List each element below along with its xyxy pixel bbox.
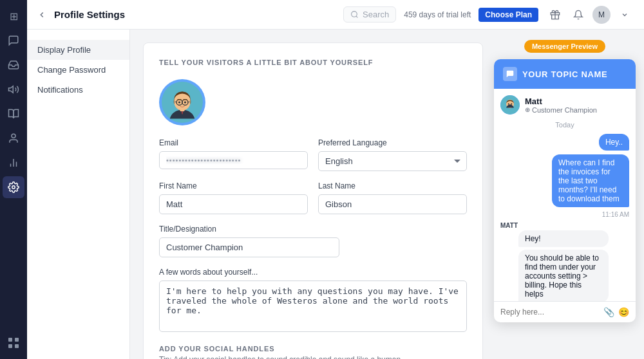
profile-avatar[interactable] bbox=[159, 79, 205, 125]
bio-textarea[interactable]: I'm here to help you with any questions … bbox=[159, 281, 467, 332]
sidebar-icon-inbox[interactable] bbox=[3, 54, 24, 76]
bell-icon[interactable] bbox=[569, 6, 587, 24]
main-content: TELL YOUR VISITORS A LITTLE BIT ABOUT YO… bbox=[130, 30, 496, 359]
title-input[interactable] bbox=[159, 237, 339, 257]
agent-reply-row: Hey! You should be able to find them und… bbox=[500, 230, 629, 301]
page-title: Profile Settings bbox=[54, 9, 125, 20]
language-select[interactable]: English Spanish French German bbox=[318, 151, 467, 171]
sidebar-icon-contacts[interactable] bbox=[3, 127, 24, 149]
title-group: Title/Designation bbox=[159, 225, 339, 257]
section-title: TELL YOUR VISITORS A LITTLE BIT ABOUT YO… bbox=[159, 59, 467, 66]
svg-point-10 bbox=[352, 12, 357, 17]
last-name-group: Last Name bbox=[318, 181, 467, 214]
main-area: Profile Settings Search 459 days of tria… bbox=[27, 0, 644, 359]
sidebar-icon-grid[interactable]: ⊞ bbox=[3, 5, 24, 27]
language-label: Preferred Language bbox=[318, 138, 467, 147]
sidebar-icon-chat[interactable] bbox=[3, 30, 24, 51]
bubble-hey-text: Hey.. bbox=[599, 134, 629, 151]
svg-rect-8 bbox=[8, 344, 12, 348]
choose-plan-button[interactable]: Choose Plan bbox=[478, 8, 538, 22]
email-language-row: Email Preferred Language English Spanish… bbox=[159, 138, 467, 171]
bubble-time: 11:16 AM bbox=[500, 211, 629, 218]
svg-line-11 bbox=[356, 16, 357, 17]
back-button[interactable] bbox=[37, 10, 46, 19]
first-name-input[interactable] bbox=[159, 194, 308, 214]
date-divider: Today bbox=[500, 121, 629, 129]
svg-point-24 bbox=[508, 103, 509, 104]
chevron-down-icon[interactable] bbox=[616, 6, 634, 24]
last-name-input[interactable] bbox=[318, 194, 467, 214]
search-icon bbox=[350, 10, 359, 19]
agent-details: Matt Customer Champion bbox=[525, 97, 597, 114]
name-row: First Name Last Name bbox=[159, 181, 467, 214]
agent-reply-group: MATT Hey! You should be able to find the… bbox=[500, 222, 629, 301]
messenger-topic-name: YOUR TOPIC NAME bbox=[522, 69, 607, 79]
messenger-widget: YOUR TOPIC NAME bbox=[494, 59, 636, 322]
svg-point-1 bbox=[12, 134, 15, 138]
email-input[interactable] bbox=[159, 151, 308, 169]
sidebar-icon-knowledge[interactable] bbox=[3, 103, 24, 125]
nav-display-profile[interactable]: Display Profile bbox=[27, 40, 129, 60]
footer-icons: 📎 😊 bbox=[603, 307, 629, 317]
social-tip: Tip: Add your social handles to sound cr… bbox=[159, 355, 467, 359]
messenger-header-icon bbox=[503, 67, 517, 81]
svg-point-21 bbox=[184, 101, 186, 103]
agent-role: Customer Champion bbox=[525, 106, 597, 114]
first-name-group: First Name bbox=[159, 181, 308, 214]
first-name-label: First Name bbox=[159, 181, 308, 190]
email-group: Email bbox=[159, 138, 308, 171]
topbar: Profile Settings Search 459 days of tria… bbox=[27, 0, 644, 30]
email-label: Email bbox=[159, 138, 308, 147]
bubble-customer-question: Where can I find the invoices for the la… bbox=[500, 154, 629, 207]
title-label: Title/Designation bbox=[159, 225, 339, 234]
svg-rect-7 bbox=[15, 338, 19, 342]
messenger-footer: 📎 😊 bbox=[494, 301, 636, 322]
bubble-hey2: Hey! bbox=[518, 230, 609, 247]
social-section: ADD YOUR SOCIAL HANDLES Tip: Add your so… bbox=[159, 345, 467, 359]
bio-row: A few words about yourself... I'm here t… bbox=[159, 268, 467, 332]
last-name-label: Last Name bbox=[318, 181, 467, 190]
gift-icon[interactable] bbox=[546, 6, 564, 24]
messenger-preview-area: Messenger Preview YOUR TOPIC NAME bbox=[496, 30, 644, 359]
svg-point-5 bbox=[12, 186, 15, 189]
sidebar: ⊞ bbox=[0, 0, 27, 359]
trial-text: 459 days of trial left bbox=[404, 10, 471, 19]
svg-marker-0 bbox=[9, 86, 14, 93]
attachment-icon[interactable]: 📎 bbox=[603, 307, 614, 317]
svg-rect-9 bbox=[15, 344, 19, 348]
agent-reply-label: MATT bbox=[500, 222, 629, 229]
agent-reply-bubbles: Hey! You should be able to find them und… bbox=[518, 230, 609, 301]
svg-rect-6 bbox=[8, 338, 12, 342]
bubble-reply1: You should be able to find them under yo… bbox=[518, 250, 609, 301]
user-avatar[interactable]: M bbox=[592, 6, 611, 24]
messenger-body: Matt Customer Champion Today Hey.. Where… bbox=[494, 89, 636, 301]
svg-point-25 bbox=[511, 103, 512, 104]
nav-notifications[interactable]: Notifications bbox=[27, 80, 129, 100]
bio-group: A few words about yourself... I'm here t… bbox=[159, 268, 467, 332]
avatar-image bbox=[162, 82, 203, 123]
sidebar-icon-apps[interactable] bbox=[3, 332, 24, 354]
nav-change-password[interactable]: Change Password bbox=[27, 60, 129, 80]
bubble-customer-text: Where can I find the invoices for the la… bbox=[552, 154, 629, 207]
sidebar-icon-settings[interactable] bbox=[3, 176, 24, 198]
avatar-wrapper bbox=[159, 79, 467, 125]
sidebar-icon-reports[interactable] bbox=[3, 152, 24, 174]
title-row: Title/Designation bbox=[159, 225, 467, 257]
reply-input[interactable] bbox=[500, 308, 598, 317]
bubble-hey: Hey.. bbox=[500, 134, 629, 151]
agent-name: Matt bbox=[525, 97, 597, 106]
messenger-header: YOUR TOPIC NAME bbox=[494, 59, 636, 89]
svg-point-20 bbox=[178, 101, 180, 103]
content-wrapper: Display Profile Change Password Notifica… bbox=[27, 30, 644, 359]
search-placeholder: Search bbox=[363, 10, 389, 19]
profile-card: TELL YOUR VISITORS A LITTLE BIT ABOUT YO… bbox=[143, 42, 483, 359]
sidebar-icon-campaigns[interactable] bbox=[3, 78, 24, 100]
social-title: ADD YOUR SOCIAL HANDLES bbox=[159, 345, 467, 353]
emoji-icon[interactable]: 😊 bbox=[618, 307, 629, 317]
topbar-icons: M bbox=[546, 6, 634, 24]
agent-avatar bbox=[500, 95, 520, 115]
language-group: Preferred Language English Spanish Frenc… bbox=[318, 138, 467, 171]
messenger-preview-label: Messenger Preview bbox=[524, 40, 605, 53]
search-box[interactable]: Search bbox=[343, 6, 396, 23]
agent-info: Matt Customer Champion bbox=[500, 95, 629, 115]
